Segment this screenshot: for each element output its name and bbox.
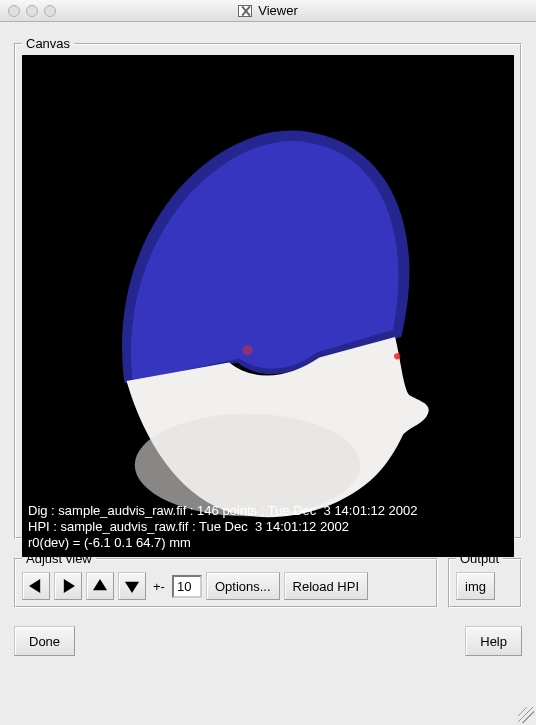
svg-point-0 xyxy=(135,414,361,517)
svg-point-2 xyxy=(394,353,400,359)
options-button[interactable]: Options... xyxy=(206,572,280,600)
svg-marker-5 xyxy=(93,579,107,590)
traffic-lights xyxy=(8,5,56,17)
head-render xyxy=(22,55,514,557)
arrow-down-icon xyxy=(125,579,139,593)
minimize-light[interactable] xyxy=(26,5,38,17)
viewport-3d[interactable]: Dig : sample_audvis_raw.fif : 146 points… xyxy=(22,55,514,557)
output-group: Output img xyxy=(448,551,522,608)
step-input[interactable] xyxy=(172,575,202,598)
svg-point-1 xyxy=(242,345,252,355)
arrow-right-button[interactable] xyxy=(54,572,82,600)
canvas-legend: Canvas xyxy=(22,36,74,51)
arrow-right-icon xyxy=(61,579,75,593)
resize-grip-icon[interactable] xyxy=(518,707,534,723)
arrow-left-button[interactable] xyxy=(22,572,50,600)
x11-icon xyxy=(238,5,252,17)
titlebar: Viewer xyxy=(0,0,536,22)
img-button[interactable]: img xyxy=(456,572,495,600)
arrow-left-icon xyxy=(29,579,43,593)
arrow-up-icon xyxy=(93,579,107,593)
zoom-light[interactable] xyxy=(44,5,56,17)
window-title: Viewer xyxy=(258,3,298,18)
svg-marker-3 xyxy=(29,579,40,593)
reload-hpi-button[interactable]: Reload HPI xyxy=(284,572,368,600)
close-light[interactable] xyxy=(8,5,20,17)
adjust-view-group: Adjust view +- Options... Reload HPI xyxy=(14,551,438,608)
svg-marker-6 xyxy=(125,582,139,593)
canvas-status-text: Dig : sample_audvis_raw.fif : 146 points… xyxy=(28,503,418,551)
canvas-group: Canvas Dig : sample_audvis_raw.fif : 146… xyxy=(14,36,522,539)
window-body: Canvas Dig : sample_audvis_raw.fif : 146… xyxy=(0,22,536,725)
plus-minus-label: +- xyxy=(153,579,165,594)
done-button[interactable]: Done xyxy=(14,626,75,656)
arrow-up-button[interactable] xyxy=(86,572,114,600)
help-button[interactable]: Help xyxy=(465,626,522,656)
svg-marker-4 xyxy=(64,579,75,593)
arrow-down-button[interactable] xyxy=(118,572,146,600)
